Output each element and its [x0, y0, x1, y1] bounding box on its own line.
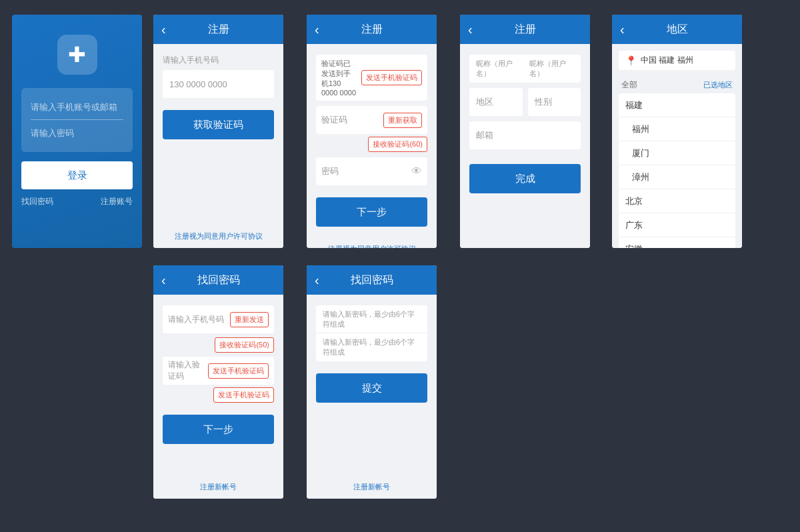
- confirm-password-input[interactable]: 请输入新密码，最少由6个字符组成: [316, 333, 427, 361]
- forgot1-header: ‹ 找回密码: [153, 265, 283, 295]
- register2-screen: ‹ 注册 验证码已发送到手机130 0000 0000 发送手机验证码 验证码 …: [307, 15, 437, 248]
- send-code-button[interactable]: 发送手机验证码: [361, 70, 422, 85]
- receive-code-button[interactable]: 接收验证码(50): [215, 337, 274, 353]
- region-title: 地区: [667, 23, 688, 37]
- forgot1-title: 找回密码: [197, 273, 240, 287]
- next-button[interactable]: 下一步: [316, 197, 427, 227]
- register1-screen: ‹ 注册 请输入手机号码 130 0000 0000 获取验证码 注册视为同意用…: [153, 15, 283, 248]
- back-button[interactable]: ‹: [315, 22, 319, 37]
- region-search[interactable]: 📍 中国 福建 福州: [619, 51, 735, 70]
- login-form: [21, 88, 133, 152]
- sent-tip: 验证码已发送到手机130 0000 0000: [321, 59, 356, 97]
- back-button[interactable]: ‹: [161, 273, 166, 288]
- region-item-fuzhou[interactable]: 福州: [619, 117, 735, 141]
- region-screen: ‹ 地区 📍 中国 福建 福州 全部 已选地区 福建 福州 厦门 漳州 北京 广…: [612, 15, 742, 248]
- back-button[interactable]: ‹: [468, 22, 473, 37]
- register2-header: ‹ 注册: [307, 15, 437, 44]
- code-input[interactable]: 验证码: [321, 114, 381, 126]
- register2-title: 注册: [361, 23, 383, 37]
- register2-body: 验证码已发送到手机130 0000 0000 发送手机验证码 验证码 重新获取 …: [307, 44, 437, 237]
- resend-button[interactable]: 重新发送: [230, 312, 269, 327]
- forgot2-header: ‹ 找回密码: [307, 265, 437, 295]
- phone-input-group: 130 0000 0000: [163, 70, 274, 98]
- register1-title: 注册: [208, 23, 229, 37]
- forgot-code-input[interactable]: 请输入验证码: [168, 359, 205, 382]
- location-icon: 📍: [625, 55, 637, 66]
- region-item-guangdong[interactable]: 广东: [619, 213, 735, 237]
- region-item-anhui[interactable]: 安徽: [619, 237, 735, 248]
- password-input[interactable]: [31, 120, 123, 145]
- phone-input[interactable]: 130 0000 0000: [163, 70, 274, 98]
- login-screen: ✚ 登录 找回密码 注册账号: [12, 15, 142, 248]
- forgot1-screen: ‹ 找回密码 请输入手机号码 重新发送 接收验证码(50) 请输入验证码 发送手…: [153, 265, 283, 499]
- region-header: ‹ 地区: [612, 15, 742, 44]
- next-button[interactable]: 下一步: [163, 415, 274, 444]
- username-input[interactable]: [31, 95, 123, 120]
- forgot1-footer: 注册新帐号: [153, 475, 283, 499]
- password-input[interactable]: 密码: [321, 165, 411, 177]
- register1-body: 请输入手机号码 130 0000 0000 获取验证码: [153, 44, 283, 225]
- app-logo: ✚: [57, 35, 97, 75]
- register1-header: ‹ 注册: [153, 15, 283, 44]
- forgot2-title: 找回密码: [351, 273, 393, 287]
- register3-header: ‹ 注册: [460, 15, 590, 44]
- forgot-phone-input[interactable]: 请输入手机号码: [168, 314, 227, 325]
- region-item-fujian[interactable]: 福建: [619, 93, 735, 117]
- region-item-beijing[interactable]: 北京: [619, 189, 735, 213]
- register-link[interactable]: 注册账号: [101, 196, 133, 207]
- register3-title: 注册: [515, 23, 536, 37]
- nickname-label-row: 昵称（用户名） 昵称（用户名）: [469, 55, 581, 83]
- forgot2-screen: ‹ 找回密码 请输入新密码，最少由6个字符组成 请输入新密码，最少由6个字符组成…: [307, 265, 437, 499]
- send-code-button2[interactable]: 发送手机验证码: [213, 387, 274, 403]
- done-button[interactable]: 完成: [469, 164, 581, 193]
- forgot1-body: 请输入手机号码 重新发送 接收验证码(50) 请输入验证码 发送手机验证码 发送…: [153, 295, 283, 475]
- resend-button[interactable]: 重新获取: [383, 113, 422, 128]
- receive-code-button[interactable]: 接收验证码(60): [368, 137, 427, 152]
- back-button[interactable]: ‹: [315, 273, 319, 288]
- gender-input[interactable]: 性别: [528, 88, 581, 116]
- region-item-xiamen[interactable]: 厦门: [619, 141, 735, 165]
- region-list: 福建 福州 厦门 漳州 北京 广东 安徽 南京 四川: [619, 93, 735, 248]
- email-input[interactable]: 邮箱: [469, 121, 581, 149]
- region-item-zhangzhou[interactable]: 漳州: [619, 165, 735, 189]
- register3-body: 昵称（用户名） 昵称（用户名） 地区 性别 邮箱 完成: [460, 44, 590, 248]
- register2-footer: 注册视为同意用户许可协议: [307, 237, 437, 248]
- region-input[interactable]: 地区: [469, 88, 523, 116]
- new-password-input[interactable]: 请输入新密码，最少由6个字符组成: [316, 305, 427, 333]
- region-body: 📍 中国 福建 福州 全部 已选地区 福建 福州 厦门 漳州 北京 广东 安徽 …: [612, 44, 742, 248]
- forgot2-footer: 注册新帐号: [307, 475, 437, 499]
- region-section-header: 全部 已选地区: [619, 75, 735, 93]
- register1-footer: 注册视为同意用户许可协议: [153, 225, 283, 248]
- back-button[interactable]: ‹: [161, 22, 166, 37]
- phone-label: 请输入手机号码: [163, 55, 274, 66]
- eye-icon[interactable]: 👁: [411, 165, 422, 177]
- get-code-button[interactable]: 获取验证码: [163, 110, 274, 139]
- send-code-button1[interactable]: 发送手机验证码: [208, 363, 269, 379]
- forgot2-body: 请输入新密码，最少由6个字符组成 请输入新密码，最少由6个字符组成 提交: [307, 295, 437, 475]
- back-button[interactable]: ‹: [620, 22, 625, 37]
- register3-screen: ‹ 注册 昵称（用户名） 昵称（用户名） 地区 性别 邮箱 完成: [460, 15, 590, 248]
- plus-icon: ✚: [68, 44, 86, 65]
- forgot-link[interactable]: 找回密码: [21, 196, 53, 207]
- login-button[interactable]: 登录: [21, 161, 133, 189]
- region-gender-row: 地区 性别: [469, 88, 581, 116]
- submit-button[interactable]: 提交: [316, 373, 427, 403]
